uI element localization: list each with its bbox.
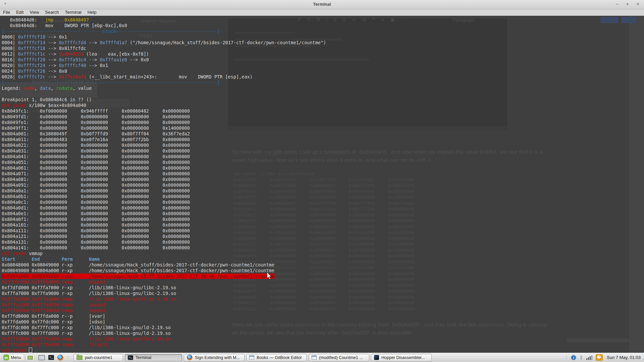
window-icon: [312, 355, 317, 360]
terminal-line: [---------------------------------------…: [2, 80, 326, 85]
terminal-line: 0x804a0f1: 0x00000000 0x00000000 0x00000…: [2, 217, 326, 222]
terminal-titlebar[interactable]: ▼ Terminal –+×: [0, 0, 644, 9]
window-controls: –+×: [616, 1, 639, 7]
terminal-content[interactable]: primary version change request CONTENTS …: [0, 16, 644, 353]
terminal-line: 0x804a061: 0x00000000 0x00000000 0x00000…: [2, 165, 326, 171]
task-button-label: pwn-countme1: [85, 355, 112, 360]
task-button-modified-countme1[interactable]: (modified) Countme1 ...: [309, 354, 369, 361]
show-desktop-button[interactable]: [26, 354, 35, 361]
terminal-line: 0x08049000 0x0804a000 r-xp /home/ssnague…: [2, 268, 326, 274]
terminal-line: 0008| 0xffffcf18 --> 0x81ffcfdc: [2, 46, 326, 51]
terminal-line: 0x804a071: 0x00000000 0x00000000 0x00000…: [2, 171, 326, 177]
more-icon: ⋯: [401, 17, 406, 22]
terminal-line: 0x804a021: 0x00000000 0x00000000 0x00000…: [2, 142, 326, 148]
terminal-output: 0x80484d6: jmp 0x8048497 0x80484d8: mov …: [2, 17, 326, 353]
terminal-line: Start End Perm Name: [2, 256, 326, 262]
task-button-list: pwn-countme1>_TerminalSign Extending wit…: [73, 354, 432, 361]
task-button-pwn-countme1[interactable]: pwn-countme1: [73, 354, 123, 361]
mint-logo-icon: m: [3, 355, 9, 360]
terminal-line: 0x804a131: 0x00000000 0x00000000 0x00000…: [2, 239, 326, 245]
firefox-icon: [187, 355, 193, 360]
menu-item-help[interactable]: Help: [85, 9, 100, 15]
italic-icon: I: [326, 17, 327, 22]
task-button-label: Books — GitBook Editor: [257, 355, 302, 360]
network-signal-icon[interactable]: [586, 355, 592, 360]
terminal-line: Legend: code, data, rodata, value: [2, 85, 326, 91]
terminal-line: Breakpoint 1, 0x080484c6 in ?? (): [2, 97, 326, 103]
terminal-menubar: FileEditViewSearchTerminalHelp: [0, 9, 644, 16]
menu-item-edit[interactable]: Edit: [13, 9, 26, 15]
terminal-line: 0x804a081: 0x00000000 0x00000000 0x00000…: [2, 177, 326, 182]
terminal-line: [2, 91, 326, 97]
shield-info-icon[interactable]: i: [571, 355, 577, 361]
terminal-line: 0024| 0xffffcf28 --> 0x0: [2, 68, 326, 74]
menu-item-file[interactable]: File: [0, 9, 13, 15]
maximize-button[interactable]: +: [626, 1, 629, 7]
menu-item-search[interactable]: Search: [42, 9, 62, 15]
hopper-icon: [374, 355, 379, 360]
terminal-line: 0x80484d8: mov DWORD PTR [ebp-0xc],0x0: [2, 23, 326, 28]
terminal-line: 0xf7dfd000 0xf7fa7000 r-xp /lib/i386-lin…: [2, 285, 326, 291]
terminal-line: 0x804a0b1: 0x00000000 0x00000000 0x00000…: [2, 194, 326, 199]
task-button-hopper-disassembler[interactable]: Hopper Disassembler...: [371, 354, 432, 361]
show-desktop-icon: [28, 356, 33, 360]
task-button-label: Sign Extending with M...: [195, 355, 240, 360]
list-icon: ≔: [352, 17, 356, 22]
mouse-cursor: [267, 272, 272, 280]
system-tray: ⁞ i ᛒ Sun 7 May, 01:03: [565, 354, 642, 361]
terminal-line: 0x804a051: 0x00000000 0x00000000 0x00000…: [2, 160, 326, 165]
terminal-line: gdb-peda$ vmmap: [2, 251, 326, 256]
terminal-line: 0xfffdd000 0xffffe000 rwxp [stack]: [2, 342, 326, 348]
terminal-line: 0012| 0xffffcf1c --> 0x8048551 (lea eax,…: [2, 51, 326, 57]
terminal-line: 0x804a141: 0x00000000 0x00000000 0x00000…: [2, 245, 326, 251]
terminal-line: 0xf7fd6000 0xf7fd8000 rwxp mapped: [2, 308, 326, 313]
terminal-line: gdb-peda$ x/100w $eax+0x804a040: [2, 103, 326, 108]
task-button-terminal[interactable]: >_Terminal: [125, 354, 182, 361]
display-launcher-icon[interactable]: [38, 354, 45, 361]
close-button[interactable]: ×: [636, 1, 639, 7]
taskbar-clock[interactable]: Sun 7 May, 01:03: [607, 355, 641, 360]
quote-icon: ❝: [372, 17, 375, 22]
menu-item-view[interactable]: View: [26, 9, 42, 15]
terminal-line: 0020| 0xffffcf24 --> 0xffffcf40 --> 0x1: [2, 63, 326, 68]
background-status-text: [567, 338, 631, 342]
task-button-sign-extending-with-m[interactable]: Sign Extending with M...: [184, 354, 245, 361]
terminal-line: 0xf7ffc000 0xf7ffd000 r-xp /lib/i386-lin…: [2, 330, 326, 336]
terminal-line: 0x804a031: 0x00000000 0x00000000 0x00000…: [2, 148, 326, 154]
terminal-line: 0x8049fd1: 0x00000000 0x00000000 0x00000…: [2, 114, 326, 120]
strike-icon: S: [333, 17, 336, 22]
table-icon: ⊞: [362, 17, 366, 22]
minimize-button[interactable]: –: [616, 1, 619, 7]
menu-button[interactable]: m Menu: [2, 354, 24, 361]
terminal-line: 0028| 0xffffcf2c --> 0xf7e16af3 (<__libc…: [2, 74, 326, 80]
folder-icon: [76, 355, 83, 360]
terminal-line: 0x8049ff1: 0x00000000 0x00000000 0x00000…: [2, 125, 326, 131]
background-paragraph-style-label: Paragraph: [453, 17, 475, 23]
terminal-launcher-icon[interactable]: >_: [47, 354, 55, 361]
image-icon: ▣: [390, 17, 395, 22]
menu-button-label: Menu: [11, 355, 21, 360]
terminal-line: 0xf7ffd000 0xf7ffe000 rwxp /lib/i386-lin…: [2, 336, 326, 342]
terminal-line: 0xf7fd8000 0xf7fda000 r--p [vvar]: [2, 313, 326, 319]
link-icon: ∞: [381, 17, 384, 22]
terminal-line: 0xf7fa7000 0xf7fa9000 r-xp /lib/i386-lin…: [2, 291, 326, 296]
terminal-cursor: [29, 348, 32, 353]
task-button-books-gitbook-editor[interactable]: Books — GitBook Editor: [246, 354, 307, 361]
bluetooth-icon[interactable]: ᛒ: [580, 355, 583, 361]
firefox-launcher-icon[interactable]: [57, 354, 64, 361]
terminal-line: 0x08048000 0x08049000 r-xp /home/ssnague…: [2, 262, 326, 268]
desktop: ▼ Terminal –+× FileEditViewSearchTermina…: [0, 0, 644, 362]
terminal-icon: >_: [128, 355, 133, 360]
terminal-line: 0x804a001: 0x3808049f 0xb0f7ffd9 0x80f7f…: [2, 131, 326, 137]
terminal-line: 0x8049fe1: 0x00000000 0x00000000 0x00000…: [2, 120, 326, 125]
terminal-line: 0x804a011: 0x00080483 0xe0f7e16a 0x00f7f…: [2, 137, 326, 142]
terminal-line: 0x804a101: 0x00000000 0x00000000 0x00000…: [2, 222, 326, 228]
quick-launch: >_ ⁞: [38, 354, 69, 361]
terminal-line: 0x804a111: 0x00000000 0x00000000 0x00000…: [2, 228, 326, 234]
terminal-line: 0x804a0a1: 0x00000000 0x00000000 0x00000…: [2, 188, 326, 194]
notification-icon[interactable]: [596, 354, 603, 361]
heading-icon: A: [342, 17, 345, 22]
menu-item-terminal[interactable]: Terminal: [62, 9, 85, 15]
window-icon: [249, 355, 254, 360]
tray-grip-icon: ⁞: [566, 356, 567, 359]
